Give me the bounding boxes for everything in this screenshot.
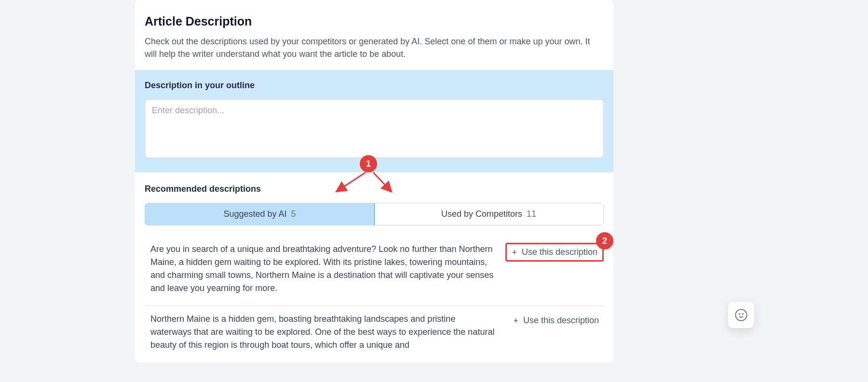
svg-point-2 — [743, 314, 743, 314]
description-text: Northern Maine is a hidden gem, boasting… — [150, 313, 497, 352]
annotation-badge-2: 2 — [596, 232, 613, 250]
use-this-description-button[interactable]: + Use this description — [505, 243, 604, 262]
header-section: Article Description Check out the descri… — [135, 0, 613, 70]
article-description-card: Article Description Check out the descri… — [135, 0, 613, 362]
page-title: Article Description — [145, 14, 604, 28]
smiley-icon — [734, 308, 748, 322]
svg-point-1 — [739, 314, 740, 314]
use-this-description-button[interactable]: + Use this description — [508, 313, 604, 329]
outline-label: Description in your outline — [145, 80, 604, 91]
tab-used-by-competitors[interactable]: Used by Competitors 11 — [374, 203, 603, 225]
description-item: Northern Maine is a hidden gem, boasting… — [145, 306, 604, 362]
tabs-container: Suggested by AI 5 Used by Competitors 11 — [145, 203, 604, 225]
use-button-label: Use this description — [522, 247, 597, 257]
description-input[interactable] — [145, 99, 604, 158]
plus-icon: + — [512, 248, 517, 257]
plus-icon: + — [513, 316, 518, 325]
tab-ai-label: Suggested by AI — [223, 209, 286, 219]
use-button-label: Use this description — [523, 316, 599, 326]
description-item: Are you in search of a unique and breath… — [145, 236, 604, 306]
tab-suggested-by-ai[interactable]: Suggested by AI 5 — [145, 203, 375, 225]
tab-ai-count: 5 — [291, 209, 296, 219]
feedback-widget-button[interactable] — [728, 302, 754, 328]
annotation-badge-1: 1 — [360, 155, 377, 172]
page-subtitle: Check out the descriptions used by your … — [145, 35, 604, 60]
description-text: Are you in search of a unique and breath… — [150, 243, 494, 295]
recommended-label: Recommended descriptions — [145, 184, 604, 194]
description-list: Are you in search of a unique and breath… — [145, 236, 604, 362]
svg-point-0 — [735, 309, 746, 320]
recommended-section: Recommended descriptions Suggested by AI… — [135, 172, 613, 362]
tab-competitors-count: 11 — [527, 209, 536, 219]
tab-competitors-label: Used by Competitors — [441, 209, 522, 219]
